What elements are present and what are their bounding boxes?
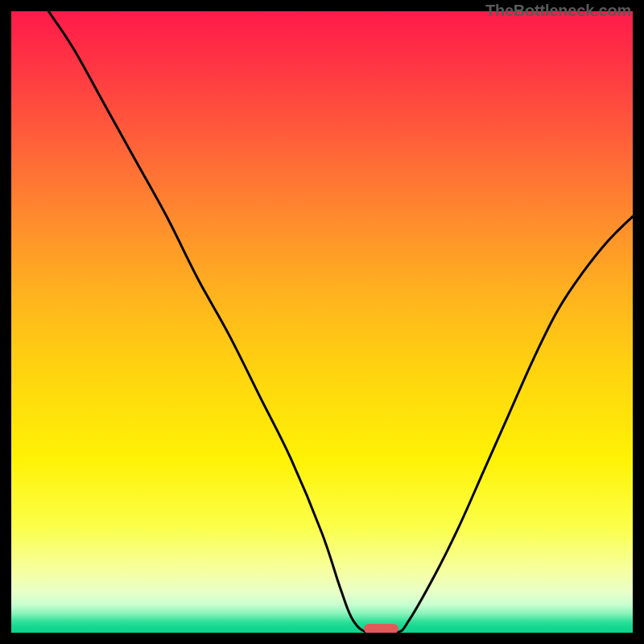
chart-frame: TheBottleneck.com	[0, 0, 644, 644]
watermark-text: TheBottleneck.com	[485, 2, 631, 20]
optimum-marker	[364, 624, 398, 633]
chart-plot-area	[11, 11, 633, 633]
bottleneck-curve	[11, 11, 633, 633]
